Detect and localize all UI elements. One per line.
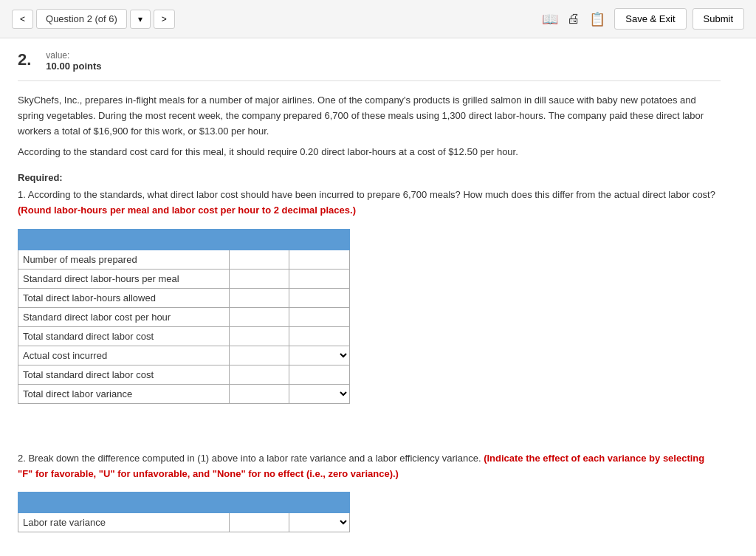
input-variance[interactable] [229,384,289,403]
extra-cell-total-std-cost [289,326,350,346]
extra-cell-total-hours [289,288,350,307]
select-labor-rate-field[interactable]: F U None [289,513,349,532]
extra-cell-total-std-cost2 [289,365,350,384]
question-number: 2. [18,50,31,72]
select-actual-cost-field[interactable]: F U None [289,346,349,365]
select-labor-rate[interactable]: F U None [289,513,350,532]
row-label-meals: Number of meals prepared [18,250,230,269]
input-total-hours[interactable] [229,288,289,307]
top-icons: 📖 🖨 📋 Save & Exit Submit [542,8,744,30]
table2-container: Labor rate variance F U None [18,492,350,532]
row-label-std-hours: Standard direct labor-hours per meal [18,269,230,288]
row-label-std-cost-hr: Standard direct labor cost per hour [18,307,230,326]
question-label: Question 2 (of 6) [36,9,127,29]
table-row: Total standard direct labor cost [18,326,350,346]
input-std-cost-hr[interactable] [229,307,289,326]
save-exit-button[interactable]: Save & Exit [614,8,686,30]
instruction1: 1. According to the standards, what dire… [18,188,721,219]
row-label-labor-rate: Labor rate variance [18,513,230,532]
input-total-std-cost[interactable] [229,326,289,346]
required-label: Required: [18,172,721,183]
input-variance-field[interactable] [230,385,289,403]
content-area: 2. value: 10.00 points SkyChefs, Inc., p… [0,38,738,544]
input-labor-rate-field[interactable] [230,513,289,532]
input-total-hours-field[interactable] [230,289,289,307]
problem-paragraph1: SkyChefs, Inc., prepares in-flight meals… [18,93,721,139]
question-header: 2. value: 10.00 points [18,50,721,72]
row-label-total-std-cost2: Total standard direct labor cost [18,365,230,384]
table-row: Total direct labor-hours allowed [18,288,350,307]
problem-paragraph2: According to the standard cost card for … [18,145,721,160]
table1-header [18,229,350,250]
divider [18,80,721,81]
extra-cell-meals [289,250,350,269]
extra-cell-std-cost-hr [289,307,350,326]
table2: Labor rate variance F U None [18,492,350,532]
value-label: value: [46,50,101,61]
input-meals-field[interactable] [230,250,289,269]
row-label-variance: Total direct labor variance [18,384,230,403]
input-labor-rate[interactable] [229,513,289,532]
input-total-std-cost2-field[interactable] [230,365,289,384]
input-actual-cost-field[interactable] [230,346,289,365]
nav-controls: < Question 2 (of 6) ▾ > [12,9,175,29]
input-std-hours[interactable] [229,269,289,288]
table2-header [18,492,350,513]
action-buttons: Save & Exit Submit [614,8,744,30]
instruction1-red: (Round labor-hours per meal and labor co… [18,205,356,216]
table1: Number of meals prepared Standard direct… [18,229,350,404]
table-row: Labor rate variance F U None [18,513,350,532]
input-total-std-cost2[interactable] [229,365,289,384]
part2-instruction: 2. Break down the difference computed in… [18,451,721,482]
table-row: Total standard direct labor cost [18,365,350,384]
prev-button[interactable]: < [12,10,33,29]
row-label-total-std-cost: Total standard direct labor cost [18,326,230,346]
select-variance[interactable]: F U None [289,384,350,403]
input-total-std-cost-field[interactable] [230,327,289,346]
table-row: Standard direct labor-hours per meal [18,269,350,288]
row-label-total-hours: Total direct labor-hours allowed [18,288,230,307]
input-std-hours-field[interactable] [230,270,289,288]
table-row: Standard direct labor cost per hour [18,307,350,326]
input-std-cost-hr-field[interactable] [230,308,289,326]
top-bar: < Question 2 (of 6) ▾ > 📖 🖨 📋 Save & Exi… [0,0,756,38]
layout-icon[interactable]: 📋 [589,11,605,27]
table-row: Actual cost incurred F U None [18,346,350,365]
section-gap [18,422,721,451]
extra-cell-std-hours [289,269,350,288]
table-row: Total direct labor variance F U None [18,384,350,403]
select-variance-field[interactable]: F U None [289,385,349,403]
points-label: 10.00 points [46,61,101,72]
submit-button[interactable]: Submit [693,8,744,30]
book-icon[interactable]: 📖 [542,11,558,27]
input-actual-cost[interactable] [229,346,289,365]
select-actual-cost[interactable]: F U None [289,346,350,365]
table1-container: Number of meals prepared Standard direct… [18,229,350,404]
table-row: Number of meals prepared [18,250,350,269]
input-meals[interactable] [229,250,289,269]
dropdown-button[interactable]: ▾ [130,10,151,29]
question-value-block: value: 10.00 points [46,50,101,72]
next-button[interactable]: > [154,10,175,29]
print-icon[interactable]: 🖨 [567,11,580,27]
row-label-actual-cost: Actual cost incurred [18,346,230,365]
